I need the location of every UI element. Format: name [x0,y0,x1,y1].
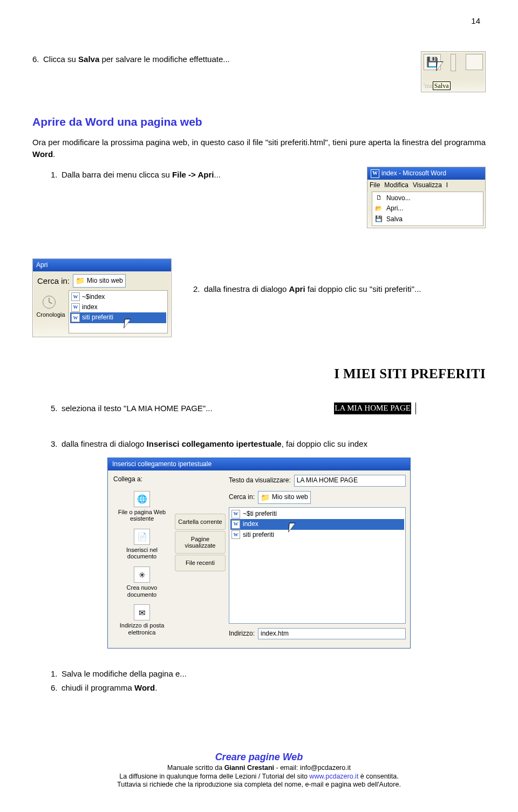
doc-icon: W [231,530,240,539]
label-testo-visualizzare: Testo da visualizzare: [229,476,291,485]
step-number: 6. [51,682,62,694]
step-2-line: 2. dalla finestra di dialogo Apri fai do… [193,283,486,295]
sidebar-item-file-esistente: 🌐File o pagina Web esistente [112,488,172,526]
footer-link: www.pcdazero.it [309,773,358,780]
step-text: chiudi il programma Word. [62,682,486,694]
open-icon: 📂 [374,204,383,213]
step-3-line: 3. dalla finestra di dialogo Inserisci c… [51,438,486,450]
dialog-title: Inserisci collegamento ipertestuale [108,458,410,470]
step-1-line: 1. Dalla barra dei menu clicca su File -… [51,169,351,181]
doc-heading: I MIEI SITI PREFERITI [334,364,486,384]
menu-item-nuovo: Nuovo... [386,194,411,203]
doc-icon: W [71,313,80,322]
step-number: 6. [32,53,43,65]
file-list: W~$ti preferiti Windex Wsiti preferiti [229,507,406,624]
selected-text: LA MIA HOME PAGE [334,402,411,414]
list-item-selected: Windex [230,519,404,529]
closing-step-1: 1. Salva le modifiche della pagina e... [51,668,486,680]
new-icon: 🗋 [374,194,383,202]
screenshot-apri-dialog: Apri Cerca in: 📁Mio sito web Cronologia [32,258,172,337]
menu-item-apri: Apri... [386,204,403,213]
tab-pagine-visualizzate: Pagine visualizzate [175,531,226,554]
sidebar-item-crea-nuovo: ✳Crea nuovo documento [112,563,172,601]
step-number: 1. [51,169,62,181]
list-item: W~$ti preferiti [230,509,404,519]
page-number: 14 [471,16,480,25]
doc-icon: W [71,303,80,312]
cursor-icon [289,523,296,534]
label-indirizzo: Indirizzo: [229,629,255,638]
label-cerca-in: Cerca in: [229,493,255,502]
sidebar-item-inserisci-doc: 📄Inserisci nel documento [112,526,172,563]
section-paragraph: Ora per modificare la prossima pagina we… [32,137,486,160]
label-cronologia: Cronologia [33,309,65,320]
history-icon [43,296,56,309]
footer-title: Creare pagine Web [32,751,486,763]
folder-dropdown: 📁Mio sito web [73,274,126,287]
footer-line-3: Tuttavia si richiede che la riproduzione… [32,781,486,789]
step-5-line: 5. seleziona il testo "LA MIA HOME PAGE"… [51,402,213,414]
text-caret-icon [415,402,417,414]
list-item-selected: Wsiti preferiti [70,312,166,323]
step-text: seleziona il testo "LA MIA HOME PAGE"... [62,402,213,414]
list-item: Wsiti preferiti [230,530,404,540]
step-number: 1. [51,668,62,680]
step-text: Dalla barra dei menu clicca su File -> A… [62,169,351,181]
content: 6. Clicca su Salva per salvare le modifi… [32,51,486,694]
doc-icon: W [71,292,80,301]
menu-modifica: Modifica [384,181,408,190]
menu-item-salva: Salva [386,215,403,224]
screenshot-save-button: 💾 'maSalva [421,51,486,92]
window-title: index - Microsoft Word [381,169,446,178]
dialog-title: Apri [36,261,47,270]
tab-cartella-corrente: Cartella corrente [175,514,226,530]
document-page: 14 6. Clicca su Salva per salvare le mod… [0,0,518,812]
folder-icon: 📁 [261,492,270,503]
step-number: 3. [51,438,62,450]
cursor-icon [437,62,444,72]
sidebar-item-email: ✉Indirizzo di posta elettronica [112,601,172,639]
step-text: Salva le modifiche della pagina e... [62,668,486,680]
screenshot-word-menu: W index - Microsoft Word File Modifica V… [367,167,486,228]
word-app-icon: W [371,169,379,178]
step-number: 5. [51,402,62,414]
dialog-left-sidebar: Collega a: 🌐File o pagina Web esistente … [112,474,172,643]
input-testo: LA MIA HOME PAGE [294,475,406,486]
step-text: Clicca su Salva per salvare le modifiche… [43,53,388,65]
cursor-icon [124,319,132,330]
screenshot-text-selection: I MIEI SITI PREFERITI LA MIA HOME PAGE [334,364,486,414]
tooltip-salva: Salva [433,81,451,90]
doc-icon: W [231,520,240,529]
file-dropdown: 🗋Nuovo... 📂Apri... 💾Salva [372,192,483,226]
step-text: dalla finestra di dialogo Apri fai doppi… [204,283,486,295]
folder-dropdown: 📁Mio sito web [258,491,311,504]
page-footer: Creare pagine Web Manuale scritto da Gia… [32,751,486,789]
save-icon: 💾 [374,215,383,223]
menu-more: I [446,181,448,190]
label-cerca-in: Cerca in: [37,275,70,287]
folder-icon: 📁 [76,275,85,286]
closing-step-6: 6. chiudi il programma Word. [51,682,486,694]
list-item: W~$index [70,292,166,302]
step-6-line: 6. Clicca su Salva per salvare le modifi… [32,53,388,65]
list-item: Windex [70,302,166,312]
footer-line-2: La diffusione in qualunque forma delle L… [32,773,486,781]
tab-file-recenti: File recenti [175,555,226,571]
doc-icon: W [231,510,240,518]
step-number: 2. [193,283,204,295]
footer-line-1: Manuale scritto da Gianni Crestani - ema… [32,764,486,773]
menu-visualizza: Visualizza [413,181,442,190]
section-heading: Aprire da Word una pagina web [32,114,486,130]
step-text: dalla finestra di dialogo Inserisci coll… [62,438,486,450]
menu-file: File [370,181,380,190]
label-collega-a: Collega a: [112,474,172,487]
input-indirizzo: index.htm [258,628,406,639]
screenshot-hyperlink-dialog: Inserisci collegamento ipertestuale Coll… [107,458,411,649]
